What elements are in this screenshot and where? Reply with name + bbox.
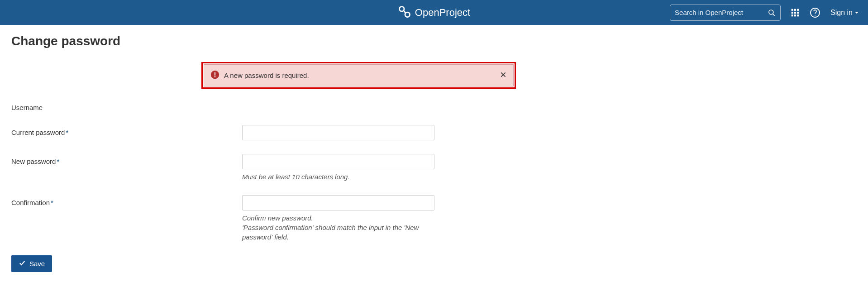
save-button[interactable]: Save	[11, 255, 52, 272]
alert-message: A new password is required.	[224, 72, 495, 79]
help-icon[interactable]	[810, 7, 820, 18]
svg-rect-7	[792, 11, 793, 13]
confirmation-label: Confirmation*	[11, 195, 242, 206]
openproject-logo-icon	[398, 5, 411, 20]
confirmation-field[interactable]	[242, 195, 434, 210]
new-password-label: New password*	[11, 154, 242, 165]
confirmation-hint: Confirm new password. 'Password confirma…	[242, 213, 434, 242]
alert-banner: A new password is required.	[204, 64, 514, 86]
search-input[interactable]	[675, 9, 768, 16]
save-button-label: Save	[29, 260, 45, 268]
svg-point-2	[769, 10, 773, 14]
current-password-field[interactable]	[242, 125, 434, 140]
check-icon	[19, 259, 26, 268]
form-row-current-password: Current password*	[11, 125, 695, 140]
svg-point-0	[399, 7, 404, 12]
form-row-username: Username	[11, 100, 695, 111]
svg-rect-16	[215, 72, 215, 76]
username-label: Username	[11, 100, 242, 111]
close-icon[interactable]	[500, 71, 507, 80]
top-header: OpenProject	[0, 0, 868, 25]
current-password-label: Current password*	[11, 125, 242, 136]
svg-rect-10	[792, 14, 793, 16]
apps-grid-icon[interactable]	[791, 8, 800, 17]
new-password-field[interactable]	[242, 154, 434, 169]
svg-rect-5	[794, 9, 796, 10]
svg-point-1	[405, 12, 410, 17]
chevron-down-icon	[854, 9, 859, 17]
svg-rect-6	[797, 9, 799, 10]
app-name: OpenProject	[415, 7, 470, 19]
svg-rect-8	[794, 11, 796, 13]
svg-point-14	[815, 15, 816, 16]
alert-banner-wrap: A new password is required.	[201, 62, 516, 89]
error-icon	[210, 70, 219, 81]
page-title: Change password	[11, 34, 695, 48]
search-box[interactable]	[670, 5, 781, 21]
svg-rect-12	[797, 14, 799, 16]
svg-point-17	[215, 76, 216, 77]
sign-in-link[interactable]: Sign in	[830, 9, 859, 17]
page-content: Change password A new password is requir…	[0, 25, 706, 281]
new-password-hint: Must be at least 10 characters long.	[242, 172, 434, 182]
svg-line-3	[773, 14, 775, 15]
search-icon[interactable]	[768, 9, 776, 17]
sign-in-label: Sign in	[830, 9, 853, 17]
app-logo[interactable]: OpenProject	[398, 5, 470, 20]
svg-rect-9	[797, 11, 799, 13]
svg-rect-11	[794, 14, 796, 16]
form-row-new-password: New password* Must be at least 10 charac…	[11, 154, 695, 182]
form-row-confirmation: Confirmation* Confirm new password. 'Pas…	[11, 195, 695, 242]
svg-rect-4	[792, 9, 793, 10]
